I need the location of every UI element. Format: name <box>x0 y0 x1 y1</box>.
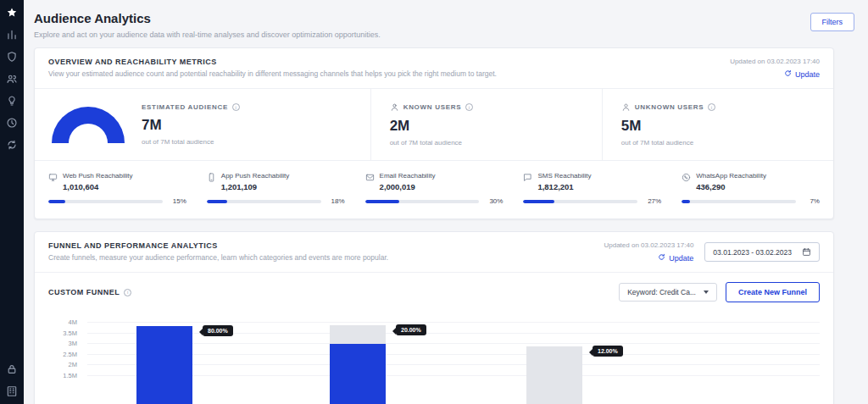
refresh-icon <box>784 69 792 79</box>
known-user-icon <box>390 102 399 112</box>
custom-funnel-label: CUSTOM FUNNEL <box>48 288 120 296</box>
monitor-icon <box>48 173 58 182</box>
progress-fill <box>48 200 65 203</box>
metric-sub: out of 7M total audience <box>142 138 240 146</box>
overview-update-link[interactable]: Update <box>730 69 820 79</box>
page-title: Audience Analytics <box>34 11 381 25</box>
metric-label: KNOWN USERS <box>403 103 462 111</box>
reachability-row: Web Push Reachability 1,010,604 15% App … <box>35 161 833 219</box>
mobile-icon <box>207 173 216 182</box>
custom-funnel-toolbar: CUSTOM FUNNEL Keyword: Credit Ca... Crea… <box>35 273 833 307</box>
funnel-update-link[interactable]: Update <box>604 253 693 263</box>
metric-label-row: ESTIMATED AUDIENCE <box>142 103 240 111</box>
filters-button[interactable]: Filters <box>810 13 855 31</box>
metric-known-users: KNOWN USERS 2M out of 7M total audience <box>370 89 602 160</box>
funnel-card-subtitle: Create funnels, measure your audience pe… <box>48 253 388 262</box>
date-range-picker[interactable]: 03.01.2023 - 03.02.2023 <box>704 242 820 262</box>
funnel-percentage-badge: 80.00% <box>203 325 233 336</box>
reach-value: 1,201,109 <box>221 182 290 191</box>
unknown-user-icon <box>621 102 631 112</box>
keyword-filter-value: Keyword: Credit Ca... <box>627 288 696 296</box>
overview-card-header: OVERVIEW AND REACHABILITY METRICS View y… <box>35 48 833 89</box>
chevron-down-icon <box>704 291 709 294</box>
reach-label: App Push Reachability <box>221 172 290 180</box>
reachability-sms: SMS Reachability 1,812,201 27% <box>523 172 661 205</box>
sidebar-item-ideas[interactable] <box>6 94 19 107</box>
reach-value: 436,290 <box>696 182 766 191</box>
reach-label: WhatsApp Reachability <box>696 172 766 180</box>
metric-sub: out of 7M total audience <box>390 139 474 147</box>
main-content: Audience Analytics Explore and act on yo… <box>24 0 868 404</box>
funnel-percentage-badge: 20.00% <box>396 324 426 335</box>
create-new-funnel-button[interactable]: Create New Funnel <box>726 282 820 302</box>
sidebar-item-sync[interactable] <box>6 138 19 151</box>
info-icon[interactable] <box>124 289 131 296</box>
funnel-bar-filled[interactable] <box>136 326 192 404</box>
progress-track <box>682 200 796 203</box>
sidebar-item-organization[interactable] <box>6 385 19 397</box>
reachability-whatsapp: WhatsApp Reachability 436,290 7% <box>682 172 820 205</box>
reach-label: Email Reachability <box>380 172 436 180</box>
y-tick-label: 3.5M <box>48 329 77 336</box>
progress-fill <box>682 200 689 203</box>
progress-track <box>365 200 480 203</box>
reach-percent: 7% <box>802 197 820 205</box>
info-icon[interactable] <box>708 103 715 111</box>
app-logo-star-icon[interactable] <box>6 6 19 19</box>
metric-estimated-audience: ESTIMATED AUDIENCE 7M out of 7M total au… <box>35 89 370 160</box>
progress-track <box>523 200 637 203</box>
progress-fill <box>365 200 399 203</box>
y-tick-label: 2M <box>48 361 77 368</box>
reach-label: Web Push Reachability <box>63 172 133 180</box>
funnel-chart: 4M3.5M3M2.5M2M1.5M 80.00%20.00%12.00% <box>48 318 820 404</box>
reach-value: 1,010,604 <box>63 182 133 191</box>
sidebar-item-shield[interactable] <box>6 50 19 63</box>
overview-updated-timestamp: Updated on 03.02.2023 17:40 <box>730 58 820 65</box>
envelope-icon <box>365 173 375 182</box>
sidebar-item-lock[interactable] <box>6 362 19 375</box>
metric-label: UNKNOWN USERS <box>635 103 704 111</box>
reach-value: 2,000,019 <box>380 182 436 191</box>
audience-gauge <box>52 107 125 143</box>
funnel-bar-filled[interactable] <box>330 344 386 404</box>
date-range-value: 03.01.2023 - 03.02.2023 <box>713 248 792 257</box>
chat-bubble-icon <box>523 173 532 182</box>
reachability-app-push: App Push Reachability 1,201,109 18% <box>207 172 345 205</box>
progress-fill <box>207 200 227 203</box>
metric-sub: out of 7M total audience <box>621 139 716 147</box>
sidebar <box>0 0 24 404</box>
calendar-icon <box>802 247 811 257</box>
overview-card-title: OVERVIEW AND REACHABILITY METRICS <box>48 58 497 66</box>
overview-card-subtitle: View your estimated audience count and p… <box>48 69 497 78</box>
metrics-row: ESTIMATED AUDIENCE 7M out of 7M total au… <box>35 89 833 161</box>
metric-label-row: UNKNOWN USERS <box>621 102 716 112</box>
y-tick-label: 2.5M <box>48 350 77 357</box>
sidebar-item-audience[interactable] <box>6 72 19 85</box>
overview-card: OVERVIEW AND REACHABILITY METRICS View y… <box>34 47 834 219</box>
metric-value: 5M <box>621 118 716 135</box>
sidebar-item-analytics[interactable] <box>6 28 19 41</box>
info-icon[interactable] <box>232 103 240 111</box>
overview-update-label: Update <box>795 70 820 79</box>
funnel-update-label: Update <box>669 254 693 263</box>
y-tick-label: 3M <box>48 340 77 347</box>
chart-plot-area: 80.00%20.00%12.00% <box>87 318 820 404</box>
progress-track <box>207 200 321 203</box>
reach-percent: 18% <box>327 197 345 205</box>
funnel-card: FUNNEL AND PERFORMANCE ANALYTICS Create … <box>34 231 834 404</box>
info-icon[interactable] <box>465 103 473 111</box>
keyword-filter-dropdown[interactable]: Keyword: Credit Ca... <box>619 283 717 302</box>
metric-value: 7M <box>142 117 240 134</box>
refresh-icon <box>658 253 665 263</box>
reachability-email: Email Reachability 2,000,019 30% <box>365 172 504 205</box>
funnel-card-title: FUNNEL AND PERFORMANCE ANALYTICS <box>48 241 388 250</box>
reach-percent: 27% <box>643 197 661 205</box>
funnel-card-header: FUNNEL AND PERFORMANCE ANALYTICS Create … <box>35 232 833 273</box>
sidebar-item-history[interactable] <box>6 116 19 129</box>
reach-label: SMS Reachability <box>537 172 591 180</box>
funnel-bar[interactable] <box>526 346 582 404</box>
reach-percent: 30% <box>485 197 503 205</box>
metric-label: ESTIMATED AUDIENCE <box>142 103 228 111</box>
funnel-updated-timestamp: Updated on 03.02.2023 17:40 <box>604 241 693 249</box>
metric-unknown-users: UNKNOWN USERS 5M out of 7M total audienc… <box>602 89 833 160</box>
